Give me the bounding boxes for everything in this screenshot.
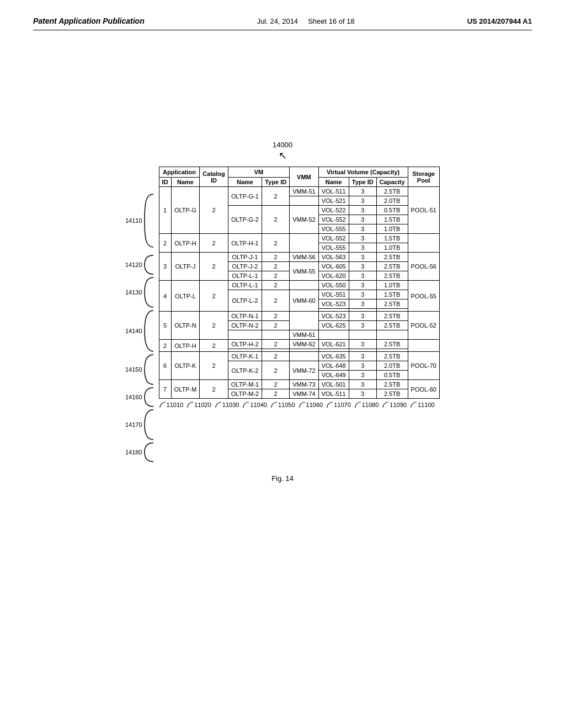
left-curve-14110 (143, 193, 156, 248)
cell-vmm-1a: VMM-51 (290, 187, 319, 196)
left-curve-14120 (143, 254, 156, 275)
cell-vmm-2a (290, 234, 319, 253)
cell-vv-type-4b: 3 (349, 290, 376, 299)
bottom-text-11080: 11080 (362, 402, 379, 408)
cell-app-name-2: OLTP-H (171, 234, 200, 253)
col-header-application: Application (159, 167, 200, 178)
cell-vm-type-5b: 2 (262, 321, 290, 330)
cell-app-id-3: 3 (159, 253, 171, 281)
cell-vv-type-2b: 3 (349, 243, 376, 253)
cell-app-id-7: 6 (159, 352, 171, 380)
table-row: 5 OLTP-N 2 OLTP-N-1 2 VOL-523 3 2.5TB PO… (159, 312, 439, 321)
cell-vm-name-3a: OLTP-J-1 (228, 253, 262, 262)
cell-vv-name-7b: VOL-648 (318, 361, 349, 371)
cell-pool-3: POOL-56 (408, 253, 439, 281)
cell-vv-type-2a: 3 (349, 234, 376, 243)
left-label-text-14180: 14180 (125, 449, 142, 456)
bottom-label-11020: 11020 (186, 401, 211, 409)
cell-vm-type-6a: 2 (262, 340, 290, 349)
cell-vv-name-6a: VOL-621 (318, 340, 349, 349)
cell-vm-type-3a: 2 (262, 253, 290, 262)
cell-vv-cap-7a: 2.5TB (376, 352, 408, 361)
cell-vv-name-8a: VOL-501 (318, 380, 349, 389)
bottom-text-11070: 11070 (334, 402, 351, 408)
cell-vv-cap-1d: 1.5TB (376, 215, 408, 224)
bottom-label-11070: 11070 (326, 401, 351, 409)
figure-caption: Fig. 14 (271, 474, 294, 483)
left-label-text-14170: 14170 (125, 421, 142, 428)
cell-vv-name-4c: VOL-523 (318, 299, 349, 309)
cell-vm-type-8a: 2 (262, 380, 290, 389)
cell-vm-name-4b: OLTP-L-2 (228, 290, 262, 312)
left-curve-14160 (143, 387, 156, 408)
cell-app-id-8: 7 (159, 380, 171, 399)
left-label-text-14160: 14160 (125, 394, 142, 400)
col-sub-app-name: Name (171, 178, 200, 187)
cell-vv-name-3b: VOL-605 (318, 262, 349, 271)
cell-app-id-5: 5 (159, 312, 171, 340)
cell-cat-id-8: 2 (200, 380, 228, 399)
bottom-text-11030: 11030 (222, 402, 239, 408)
header-center: Jul. 24, 2014 Sheet 16 of 18 (257, 17, 355, 25)
cell-vm-type-2a: 2 (262, 234, 290, 253)
cell-vmm-73: VMM-73 (290, 380, 319, 389)
cell-vmm-61: VMM-61 (290, 330, 319, 340)
cell-vv-cap-3c: 2.5TB (376, 271, 408, 281)
cell-vm-type-1a: 2 (262, 187, 290, 206)
header-date: Jul. 24, 2014 (257, 17, 298, 25)
left-labels-column: 14110 14120 14130 (125, 188, 156, 463)
bottom-curve-11080 (354, 401, 362, 409)
cell-vm-type-1b: 2 (262, 206, 290, 234)
bottom-curve-11070 (326, 401, 334, 409)
bottom-label-11090: 11090 (382, 401, 407, 409)
cell-app-name-7: OLTP-K (171, 352, 200, 380)
cell-vv-type-3a: 3 (349, 253, 376, 262)
left-label-text-14120: 14120 (125, 261, 142, 268)
cell-vm-type-5c-blank (262, 330, 290, 340)
left-curve-14130 (143, 276, 156, 308)
cell-cat-id-3: 2 (200, 253, 228, 281)
bottom-label-11030: 11030 (215, 401, 239, 409)
left-label-14150: 14150 (125, 353, 156, 386)
header-sheet: Sheet 16 of 18 (308, 17, 355, 25)
cell-vm-type-4b: 2 (262, 290, 290, 312)
cell-vv-type-8b: 3 (349, 389, 376, 399)
col-header-vmm: VMM (290, 167, 319, 187)
cell-vv-name-4b: VOL-551 (318, 290, 349, 299)
col-header-vm: VM (228, 167, 289, 178)
cell-vm-type-3c: 2 (262, 271, 290, 281)
bottom-text-11010: 11010 (167, 402, 184, 408)
cell-vv-name-1b: VOL-521 (318, 196, 349, 206)
cell-vv-name-1e: VOL-555 (318, 224, 349, 234)
cell-vv-type-3c: 3 (349, 271, 376, 281)
page-header: Patent Application Publication Jul. 24, … (33, 17, 532, 30)
left-label-text-14140: 14140 (125, 328, 142, 334)
cell-vv-cap-5c (376, 330, 408, 340)
left-label-14140: 14140 (125, 309, 156, 353)
cell-vm-name-3b: OLTP-J-2 (228, 262, 262, 271)
cell-vv-name-7c: VOL-649 (318, 371, 349, 380)
bottom-text-11090: 11090 (390, 402, 407, 408)
bottom-curve-11090 (382, 401, 390, 409)
cell-cat-id-1: 2 (200, 187, 228, 234)
col-sub-vv-name: Name (318, 178, 349, 187)
cell-vmm-5a (290, 312, 319, 330)
cell-vv-cap-1e: 1.0TB (376, 224, 408, 234)
cell-vv-cap-4a: 1.0TB (376, 281, 408, 290)
bottom-curve-11040 (242, 401, 250, 409)
cell-vv-type-6a: 3 (349, 340, 376, 349)
cell-vmm-55: VMM-55 (290, 262, 319, 281)
cell-vv-name-1d: VOL-552 (318, 215, 349, 224)
cell-vv-cap-4c: 2.5TB (376, 299, 408, 309)
cell-app-name-6: OLTP-H (171, 340, 200, 352)
cell-vv-type-1c: 3 (349, 206, 376, 215)
table-row: 7 OLTP-M 2 OLTP-M-1 2 VMM-73 VOL-501 3 2… (159, 380, 439, 389)
cell-app-id-1: 1 (159, 187, 171, 234)
cell-vm-name-6a: OLTP-H-2 (228, 340, 262, 349)
bottom-label-11080: 11080 (354, 401, 379, 409)
cell-cat-id-5: 2 (200, 312, 228, 340)
cell-vv-type-8a: 3 (349, 380, 376, 389)
cell-cat-id-6: 2 (200, 340, 228, 352)
cell-vm-type-4a: 2 (262, 281, 290, 290)
cell-vv-name-3c: VOL-620 (318, 271, 349, 281)
